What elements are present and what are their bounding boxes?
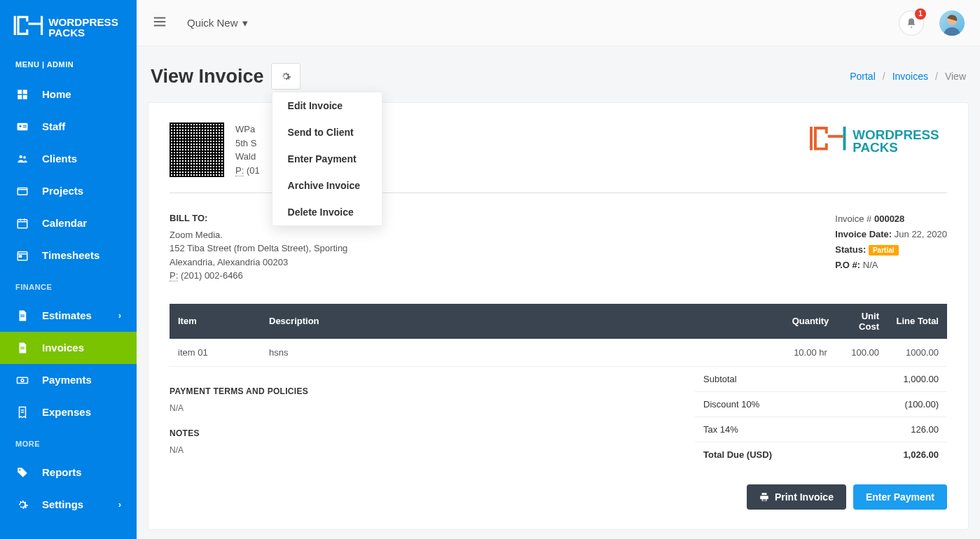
total-label: Subtotal bbox=[703, 374, 737, 384]
print-icon bbox=[759, 492, 769, 502]
money-icon bbox=[15, 373, 29, 387]
notes-value: N/A bbox=[170, 445, 695, 455]
from-phone-lbl: P: bbox=[235, 165, 244, 176]
svg-rect-11 bbox=[23, 125, 27, 126]
gear-icon bbox=[280, 71, 291, 82]
dropdown-archive-invoice[interactable]: Archive Invoice bbox=[272, 172, 382, 199]
menu-toggle-button[interactable] bbox=[152, 14, 167, 31]
svg-rect-27 bbox=[810, 127, 813, 150]
invoice-actions: Print Invoice Enter Payment bbox=[170, 484, 947, 510]
sidebar-item-home[interactable]: Home bbox=[0, 78, 137, 111]
sidebar-item-staff[interactable]: Staff bbox=[0, 111, 137, 143]
invoice-meta: Invoice # 000028 Invoice Date: Jun 22, 2… bbox=[835, 211, 947, 283]
chevron-right-icon: › bbox=[118, 500, 121, 510]
sidebar-item-clients[interactable]: Clients bbox=[0, 143, 137, 175]
invoice-po-lbl: P.O #: bbox=[835, 260, 860, 270]
bill-to-addr1: 152 Tiba Street (from Delta Street), Spo… bbox=[170, 241, 347, 255]
nav-label: Reports bbox=[42, 466, 82, 478]
svg-point-13 bbox=[20, 155, 23, 159]
nav-label: Calendar bbox=[42, 217, 87, 229]
sidebar-item-reports[interactable]: Reports bbox=[0, 456, 137, 489]
svg-rect-23 bbox=[18, 377, 28, 383]
enter-payment-button[interactable]: Enter Payment bbox=[853, 484, 947, 510]
notes-heading: NOTES bbox=[170, 428, 695, 438]
th-desc: Description bbox=[261, 304, 782, 339]
tag-icon bbox=[15, 465, 29, 479]
terms-heading: PAYMENT TERMS AND POLICIES bbox=[170, 386, 695, 396]
svg-rect-19 bbox=[20, 314, 25, 315]
cell-item: item 01 bbox=[170, 339, 261, 367]
sidebar-item-expenses[interactable]: Expenses bbox=[0, 396, 137, 428]
extras-block: PAYMENT TERMS AND POLICIES N/A NOTES N/A bbox=[170, 386, 695, 470]
sidebar-item-projects[interactable]: Projects bbox=[0, 175, 137, 207]
total-value: 1,026.00 bbox=[903, 449, 939, 460]
from-line3: Wald bbox=[235, 150, 260, 164]
invoice-date-lbl: Invoice Date: bbox=[835, 229, 892, 239]
dropdown-edit-invoice[interactable]: Edit Invoice bbox=[272, 92, 382, 119]
svg-rect-5 bbox=[18, 90, 22, 94]
total-value: 1,000.00 bbox=[903, 374, 939, 384]
from-name: WPa bbox=[235, 122, 260, 136]
quick-new-dropdown[interactable]: Quick New▾ bbox=[187, 17, 248, 29]
breadcrumb-invoices[interactable]: Invoices bbox=[892, 71, 928, 82]
svg-rect-0 bbox=[14, 16, 16, 35]
svg-rect-12 bbox=[23, 127, 27, 127]
from-line2: 5th S bbox=[235, 136, 260, 150]
svg-rect-1 bbox=[28, 22, 41, 24]
breadcrumb-portal[interactable]: Portal bbox=[850, 71, 876, 82]
svg-text:PACKS: PACKS bbox=[48, 27, 85, 38]
invoice-actions-dropdown: Edit Invoice Send to Client Enter Paymen… bbox=[272, 92, 382, 226]
sidebar-item-payments[interactable]: Payments bbox=[0, 364, 137, 396]
svg-rect-7 bbox=[18, 95, 22, 99]
receipt-icon bbox=[15, 405, 29, 419]
sidebar-item-invoices[interactable]: Invoices bbox=[0, 332, 137, 364]
nav-label: Invoices bbox=[42, 342, 84, 354]
invoice-num-lbl: Invoice # bbox=[835, 214, 871, 224]
brand-logo[interactable]: WORDPRESSPACKS bbox=[0, 0, 137, 56]
breadcrumb-sep: / bbox=[935, 71, 938, 82]
nav-label: Settings bbox=[42, 498, 83, 510]
svg-rect-6 bbox=[23, 90, 27, 94]
nav-label: Payments bbox=[42, 374, 92, 386]
sidebar-item-settings[interactable]: Settings› bbox=[0, 489, 137, 521]
svg-point-24 bbox=[21, 379, 24, 382]
th-unit: Unit Cost bbox=[838, 304, 888, 339]
total-label: Discount 10% bbox=[703, 399, 759, 410]
dropdown-delete-invoice[interactable]: Delete Invoice bbox=[272, 199, 382, 225]
terms-value: N/A bbox=[170, 403, 695, 413]
invoice-date: Jun 22, 2020 bbox=[895, 229, 947, 239]
bill-to-addr2: Alexandria, Alexandria 00203 bbox=[170, 255, 347, 270]
th-qty: Quantity bbox=[782, 304, 838, 339]
dropdown-enter-payment[interactable]: Enter Payment bbox=[272, 146, 382, 172]
chevron-right-icon: › bbox=[118, 311, 121, 321]
table-row: item 01 hsns 10.00 hr 100.00 1000.00 bbox=[170, 339, 947, 367]
finance-section-header: FINANCE bbox=[0, 272, 137, 300]
line-items-table: Item Description Quantity Unit Cost Line… bbox=[170, 304, 947, 367]
nav-label: Home bbox=[42, 88, 71, 100]
svg-rect-20 bbox=[20, 316, 25, 317]
sidebar-item-calendar[interactable]: Calendar bbox=[0, 207, 137, 239]
total-value: 126.00 bbox=[911, 424, 939, 435]
from-block: WPa 5th S Wald P: (01 bbox=[170, 122, 260, 177]
breadcrumb-current: View bbox=[945, 71, 966, 82]
svg-rect-22 bbox=[20, 349, 25, 349]
svg-point-10 bbox=[20, 125, 22, 127]
nav-label: Clients bbox=[42, 153, 77, 164]
print-invoice-button[interactable]: Print Invoice bbox=[747, 484, 846, 510]
sidebar-item-timesheets[interactable]: Timesheets bbox=[0, 239, 137, 272]
invoice-actions-button[interactable]: Edit Invoice Send to Client Enter Paymen… bbox=[271, 63, 301, 90]
sidebar-item-estimates[interactable]: Estimates› bbox=[0, 300, 137, 332]
cell-qty: 10.00 hr bbox=[782, 339, 838, 367]
user-avatar[interactable] bbox=[939, 10, 965, 36]
dropdown-send-to-client[interactable]: Send to Client bbox=[272, 119, 382, 146]
breadcrumb-sep: / bbox=[883, 71, 885, 82]
nav-label: Staff bbox=[42, 120, 65, 132]
svg-rect-16 bbox=[18, 220, 27, 228]
invoice-brand-logo: WORDPRESSPACKS bbox=[808, 122, 947, 177]
date-range-icon bbox=[15, 248, 29, 262]
folder-icon bbox=[15, 184, 29, 198]
notifications-button[interactable]: 1 bbox=[899, 10, 924, 36]
menu-section-header: MENU | ADMIN bbox=[0, 56, 137, 78]
total-value: (100.00) bbox=[905, 399, 939, 410]
bell-icon bbox=[906, 18, 917, 29]
